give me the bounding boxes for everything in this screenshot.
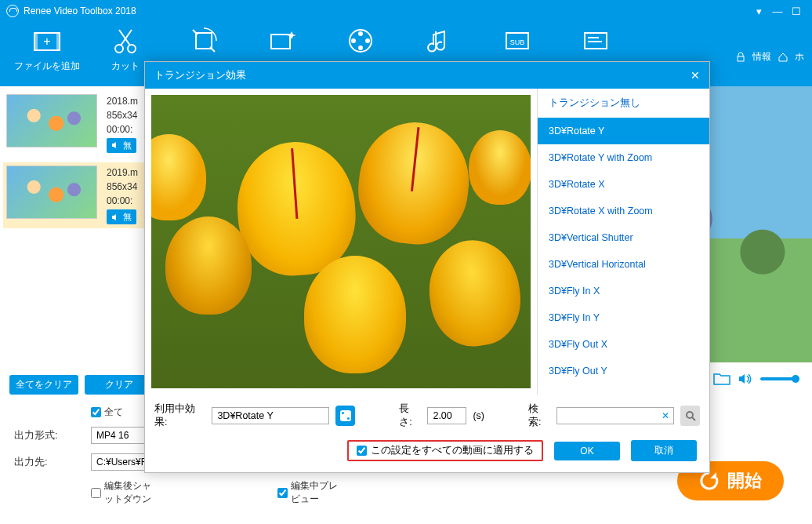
- list-card-icon: [580, 25, 611, 56]
- close-icon[interactable]: ✕: [691, 69, 700, 82]
- search-field[interactable]: [556, 407, 674, 424]
- current-effect-label: 利用中効果:: [154, 402, 205, 429]
- clear-all-button[interactable]: 全てをクリア: [9, 375, 78, 395]
- apply-all-checkbox[interactable]: この設定をすべての動画に適用する: [347, 440, 543, 461]
- file-thumbnail: [6, 166, 97, 219]
- clear-search-icon[interactable]: ✕: [662, 410, 669, 421]
- preview-checkbox[interactable]: 編集中プレビュー: [277, 479, 346, 506]
- file-resolution: 856x34: [107, 180, 138, 194]
- transition-dialog: トランジション効果 ✕ トランジション無し3D¥Rotate Y3D¥Rotat…: [144, 61, 710, 473]
- home-link[interactable]: ホ: [795, 50, 804, 64]
- effect-item[interactable]: 3D¥Vertical Horizontal: [538, 251, 709, 278]
- maximize-button[interactable]: ☐: [787, 5, 806, 17]
- file-duration: 00:00:: [107, 122, 138, 136]
- dice-icon: [340, 410, 351, 421]
- titlebar: Renee Video Toolbox 2018 ▾ — ☐: [0, 0, 812, 22]
- minimize-button[interactable]: —: [768, 5, 787, 17]
- effect-item[interactable]: 3D¥Fly In Y: [538, 304, 709, 331]
- dialog-title: トランジション効果: [154, 68, 691, 82]
- shutdown-checkbox[interactable]: 編集後シャットダウン: [91, 479, 160, 506]
- clear-button[interactable]: クリア: [85, 375, 154, 395]
- effect-item[interactable]: 3D¥Fly Out Y: [538, 358, 709, 384]
- length-field[interactable]: [427, 407, 466, 424]
- open-folder-icon[interactable]: [713, 372, 730, 386]
- effect-item[interactable]: 3D¥Fly In X: [538, 278, 709, 304]
- effects-button[interactable]: [243, 25, 321, 60]
- subtitle-button[interactable]: SUB: [478, 25, 556, 60]
- length-unit: (s): [473, 410, 484, 421]
- effect-item[interactable]: 3D¥Rotate Y with Zoom: [538, 144, 709, 171]
- app-logo-icon: [6, 5, 19, 17]
- info-link[interactable]: 情報: [752, 50, 771, 64]
- cancel-button[interactable]: 取消: [631, 440, 697, 461]
- svg-text:SUB: SUB: [510, 38, 525, 46]
- search-icon: [685, 410, 696, 421]
- search-button[interactable]: [680, 406, 700, 426]
- film-reel-icon: [345, 25, 376, 56]
- music-button[interactable]: [400, 25, 478, 60]
- dropdown-icon[interactable]: ▾: [749, 5, 768, 17]
- file-name: 2019.m: [107, 166, 138, 180]
- effect-item[interactable]: 3D¥Rotate X with Zoom: [538, 198, 709, 224]
- svg-line-20: [692, 417, 695, 420]
- current-effect-field[interactable]: [212, 407, 329, 424]
- add-file-label: ファイルを追加: [14, 60, 80, 73]
- effect-item[interactable]: 3D¥Vertical Shutter: [538, 224, 709, 251]
- transition-preview: [145, 89, 537, 395]
- svg-rect-18: [738, 56, 744, 61]
- effect-item[interactable]: 3D¥Rotate X: [538, 171, 709, 198]
- cut-label: カット: [111, 60, 140, 73]
- transition-effect-list[interactable]: トランジション無し3D¥Rotate Y3D¥Rotate Y with Zoo…: [537, 89, 709, 395]
- effect-item[interactable]: 3D¥Fly Out X: [538, 331, 709, 358]
- crop-button[interactable]: [165, 25, 243, 60]
- audio-badge: 無: [107, 138, 136, 153]
- svg-point-9: [358, 31, 363, 36]
- svg-rect-1: [34, 33, 38, 50]
- svg-rect-2: [56, 33, 60, 50]
- audio-badge: 無: [107, 209, 136, 224]
- file-thumbnail: [6, 94, 97, 147]
- effect-item[interactable]: トランジション無し: [538, 89, 709, 118]
- output-format-label: 出力形式:: [14, 428, 83, 442]
- add-file-button[interactable]: + ファイルを追加: [8, 25, 86, 73]
- volume-icon[interactable]: [738, 373, 752, 385]
- svg-point-10: [365, 38, 370, 43]
- svg-text:+: +: [43, 35, 50, 48]
- home-icon: [778, 52, 788, 63]
- search-label: 検索:: [528, 402, 550, 429]
- metadata-button[interactable]: [556, 25, 635, 60]
- scissors-icon: [110, 25, 141, 56]
- ok-button[interactable]: OK: [554, 442, 620, 460]
- refresh-icon: [699, 471, 720, 491]
- output-dir-label: 出力先:: [14, 455, 83, 469]
- random-effect-button[interactable]: [335, 406, 355, 426]
- start-label: 開始: [727, 469, 762, 493]
- svg-point-11: [358, 45, 363, 50]
- add-file-icon: +: [31, 25, 63, 56]
- app-title: Renee Video Toolbox 2018: [24, 5, 749, 16]
- file-duration: 00:00:: [107, 194, 138, 208]
- preview-controls: [713, 372, 803, 386]
- filmstrip-sparkle-icon: [266, 25, 298, 56]
- lock-icon: [735, 52, 746, 63]
- length-label: 長さ:: [399, 402, 421, 429]
- svg-rect-6: [196, 33, 212, 49]
- volume-slider[interactable]: [760, 377, 796, 380]
- file-resolution: 856x34: [107, 108, 138, 122]
- crop-rotate-icon: [188, 25, 219, 56]
- svg-point-12: [351, 38, 356, 43]
- svg-point-5: [128, 45, 136, 53]
- effect-item[interactable]: 3D¥Rotate Y: [538, 118, 709, 144]
- subtitle-icon: SUB: [502, 25, 533, 56]
- music-note-icon: [423, 25, 455, 56]
- svg-rect-7: [271, 35, 290, 49]
- svg-point-4: [115, 45, 123, 53]
- file-name: 2018.m: [107, 94, 138, 108]
- palette-button[interactable]: [321, 25, 400, 60]
- svg-point-19: [687, 412, 693, 418]
